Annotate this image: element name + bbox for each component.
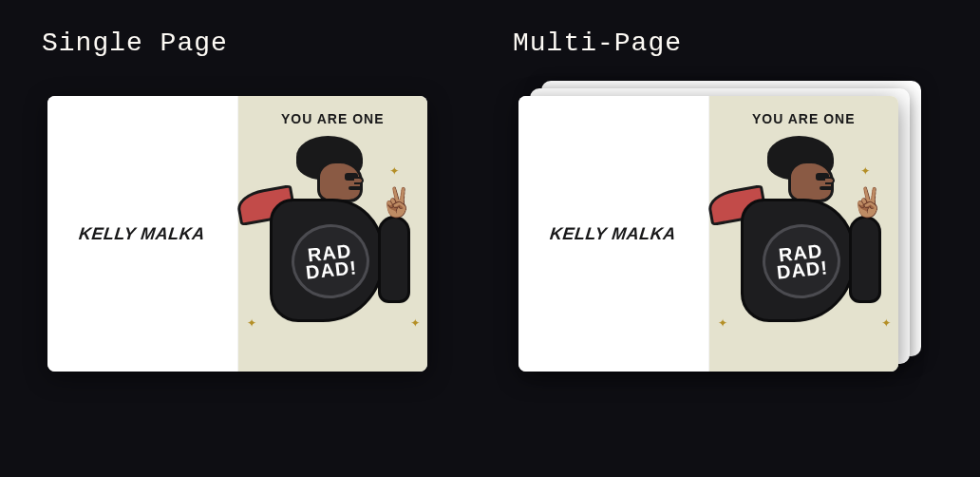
card-front-panel: YOU ARE ONE RAD DAD! xyxy=(709,96,899,372)
card-headline: YOU ARE ONE xyxy=(752,111,856,126)
option-multi-title: Multi-Page xyxy=(513,29,942,58)
arm-shape xyxy=(849,216,881,303)
artist-credit: KELLY MALKA xyxy=(549,224,677,244)
illustration-rad-dad: RAD DAD! ✌🏽 ✦ ✦ ✦ xyxy=(247,132,418,341)
sparkle-icon: ✦ xyxy=(411,313,421,332)
card-back-panel: KELLY MALKA xyxy=(47,96,238,372)
face-shape xyxy=(317,161,363,202)
peace-sign-icon: ✌🏽 xyxy=(848,183,887,222)
sparkle-icon: ✦ xyxy=(861,161,871,180)
single-card-preview: KELLY MALKA YOU ARE ONE xyxy=(47,96,437,381)
jacket-shape: RAD DAD! xyxy=(741,199,855,322)
jacket-back-patch: RAD DAD! xyxy=(759,220,844,302)
card: KELLY MALKA YOU ARE ONE xyxy=(518,96,898,372)
card-front-panel: YOU ARE ONE RAD DAD! xyxy=(238,96,428,372)
card-headline: YOU ARE ONE xyxy=(281,111,385,126)
multi-card-preview: KELLY MALKA YOU ARE ONE xyxy=(518,96,908,381)
arm-shape xyxy=(378,216,410,303)
patch-text-line2: DAD! xyxy=(305,258,358,281)
page-type-options: Single Page KELLY MALKA YOU ARE ONE xyxy=(0,0,980,410)
mustache-shape xyxy=(349,186,362,190)
option-multi-page[interactable]: Multi-Page KELLY MALKA YOU ARE ONE xyxy=(509,29,942,381)
patch-text-line2: DAD! xyxy=(776,258,829,281)
illustration-rad-dad: RAD DAD! ✌🏽 ✦ ✦ ✦ xyxy=(718,132,889,341)
sparkle-icon: ✦ xyxy=(247,313,256,332)
mustache-shape xyxy=(820,186,833,190)
sparkle-icon: ✦ xyxy=(882,313,892,332)
sparkle-icon: ✦ xyxy=(390,161,400,180)
face-shape xyxy=(788,161,834,202)
jacket-back-patch: RAD DAD! xyxy=(288,220,373,302)
option-single-title: Single Page xyxy=(42,29,471,58)
nose-shape xyxy=(825,177,835,184)
artist-credit: KELLY MALKA xyxy=(78,224,206,244)
card: KELLY MALKA YOU ARE ONE xyxy=(47,96,427,372)
jacket-shape: RAD DAD! xyxy=(270,199,384,322)
option-single-page[interactable]: Single Page KELLY MALKA YOU ARE ONE xyxy=(38,29,471,381)
peace-sign-icon: ✌🏽 xyxy=(377,183,416,222)
sparkle-icon: ✦ xyxy=(718,313,727,332)
card-back-panel: KELLY MALKA xyxy=(518,96,709,372)
nose-shape xyxy=(354,177,364,184)
